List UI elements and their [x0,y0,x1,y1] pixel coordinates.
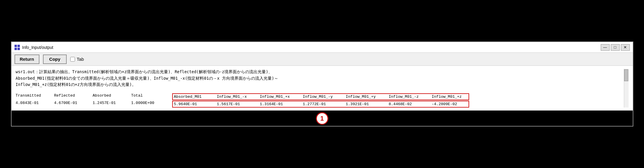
data-table: Transmitted Reflected Absorbed Total Abs… [16,93,624,108]
header-inflow-px: Inflow_M01_+x [260,95,303,99]
svg-rect-2 [15,48,17,50]
header-inflow-mx: Inflow_M01_-x [217,95,260,99]
tab-label: Tab [77,57,84,62]
header-inflow-pz: Inflow_M01_+z [432,95,467,99]
highlighted-data: 5.9640E-01 1.5617E-01 1.3164E-01 1.2772E… [172,101,469,108]
title-bar-left: Info_Input/output [15,45,53,50]
desc-line3: Inflow_M01_+z(指定材料01の+z方向境界面からの流入光量)。 [16,81,624,88]
vertical-scrollbar[interactable] [624,69,629,108]
description-text: wsr1.out：計算結果の抽出。Transmitted(解析領域の+z境界面か… [16,69,624,88]
data-absorbed-m01: 5.9640E-01 [174,102,217,106]
data-total: 1.0000E+00 [131,101,170,108]
maximize-button[interactable]: □ [611,44,620,51]
close-button[interactable]: ✕ [621,44,630,51]
desc-line2: Absorbed_M01(指定材料01の全ての境界面からの流入光量＝吸収光量)、… [16,75,624,82]
main-window: Info_Input/output — □ ✕ Return Copy Tab … [11,41,633,127]
tab-checkbox[interactable] [70,57,75,62]
app-icon [15,45,20,50]
svg-rect-3 [17,48,20,50]
svg-rect-1 [17,45,20,47]
tab-checkbox-group: Tab [70,57,84,62]
header-total: Total [131,93,170,100]
data-transmitted: 4.0843E-01 [16,101,54,108]
data-absorbed: 1.2457E-01 [93,101,131,108]
header-transmitted: Transmitted [16,93,54,100]
data-inflow-mz: 8.4468E-02 [389,102,432,106]
header-inflow-mz: Inflow_M01_-z [389,95,432,99]
circle-badge: 1 [316,112,328,125]
svg-rect-0 [15,45,17,47]
scrollbar-area: wsr1.out：計算結果の抽出。Transmitted(解析領域の+z境界面か… [16,69,629,108]
header-absorbed-m01: Absorbed_M01 [174,95,217,99]
table-header-row: Transmitted Reflected Absorbed Total Abs… [16,93,624,100]
main-content: wsr1.out：計算結果の抽出。Transmitted(解析領域の+z境界面か… [16,69,624,108]
header-reflected: Reflected [54,93,93,100]
desc-line1: wsr1.out：計算結果の抽出。Transmitted(解析領域の+z境界面か… [16,69,624,75]
data-inflow-py: 1.3921E-01 [346,102,389,106]
window-title: Info_Input/output [22,45,53,50]
data-inflow-px: 1.3164E-01 [260,102,303,106]
data-reflected: 4.6700E-01 [54,101,93,108]
data-inflow-pz: -4.2809E-02 [432,102,467,106]
minimize-button[interactable]: — [601,44,610,51]
title-bar-controls: — □ ✕ [601,44,630,51]
return-button[interactable]: Return [15,55,39,64]
content-wrapper: wsr1.out：計算結果の抽出。Transmitted(解析領域の+z境界面か… [12,66,633,111]
highlighted-headers: Absorbed_M01 Inflow_M01_-x Inflow_M01_+x… [172,93,469,100]
toolbar: Return Copy Tab [12,53,633,66]
copy-button[interactable]: Copy [43,55,67,64]
header-inflow-py: Inflow_M01_+y [346,95,389,99]
data-inflow-mx: 1.5617E-01 [217,102,260,106]
bottom-bar: 1 [12,111,633,126]
table-data-row: 4.0843E-01 4.6700E-01 1.2457E-01 1.0000E… [16,101,624,108]
header-absorbed: Absorbed [93,93,131,100]
scrollbar-thumb[interactable] [624,69,628,81]
data-inflow-my: 1.2772E-01 [303,102,346,106]
title-bar: Info_Input/output — □ ✕ [12,42,633,53]
header-inflow-my: Inflow_M01_-y [303,95,346,99]
